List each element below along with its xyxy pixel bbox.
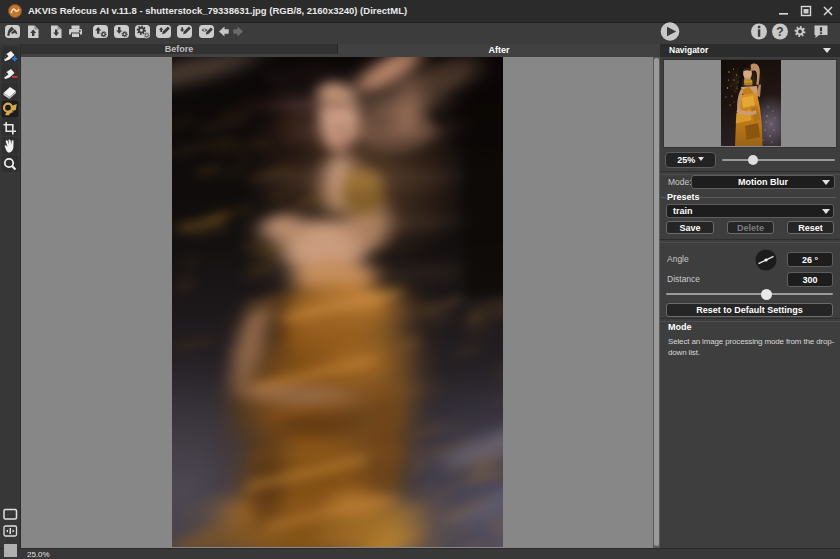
svg-text:?: ? — [776, 25, 783, 39]
